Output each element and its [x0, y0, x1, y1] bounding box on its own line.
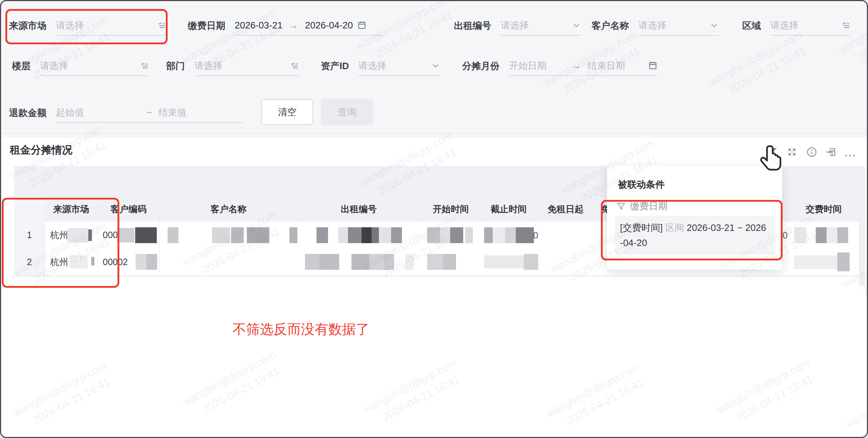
source-market-select[interactable]: 请选择: [56, 15, 166, 36]
filter-label: 客户名称: [592, 19, 629, 32]
filter-department: 部门 请选择: [166, 56, 299, 76]
cell-text-fragment: 0: [783, 227, 788, 243]
range-arrow: →: [289, 20, 298, 31]
table-scrollbar-gutter[interactable]: [859, 166, 865, 286]
filter-pay-date: 缴费日期 2026-03-21 → 2026-04-20: [188, 15, 383, 36]
filter-label: 来源市场: [9, 19, 46, 32]
column-header-start-time[interactable]: 开始时间: [420, 196, 482, 222]
tooltip-condition: [交费时间] 区间 2026-03-21 ~ 2026-04-20: [615, 216, 774, 255]
filter-floor: 楼层 请选择: [12, 56, 149, 76]
condition-source: [交费时间]: [620, 222, 663, 233]
filter-label: 缴费日期: [188, 19, 225, 32]
filter-label: 楼层: [12, 60, 31, 72]
expand-icon[interactable]: [787, 147, 797, 157]
filter-asset-id: 资产ID 请选择: [321, 56, 440, 76]
filter-region: 区域 请选择: [742, 15, 850, 36]
column-header-customer-name[interactable]: 客户名称: [160, 196, 298, 222]
filter-refund-amount: 退款金额 起始值 ~ 结束值: [9, 103, 243, 123]
filter-list-icon: [842, 21, 850, 30]
column-header-pay-time[interactable]: 交费时间: [789, 196, 859, 222]
region-select[interactable]: 请选择: [770, 15, 850, 36]
info-icon[interactable]: [806, 147, 817, 157]
floor-select[interactable]: 请选择: [40, 56, 149, 76]
rent-no-select[interactable]: 请选择: [501, 15, 581, 36]
chevron-down-icon: [710, 21, 718, 30]
range-arrow: →: [572, 60, 581, 71]
filter-list-icon: [290, 61, 299, 70]
tooltip-title: 被联动条件: [618, 178, 665, 191]
tooltip-filter-line: 缴费日期: [616, 200, 668, 213]
chevron-down-icon: [431, 61, 440, 70]
filter-rent-no: 出租编号 请选择: [454, 15, 581, 36]
tilde-separator: ~: [146, 107, 152, 118]
column-header-end-time[interactable]: 截止时间: [482, 196, 536, 222]
column-header-customer-code[interactable]: 客户编码: [98, 196, 160, 222]
page-title: 租金分摊情况: [10, 143, 72, 157]
funnel-filter-icon[interactable]: [767, 147, 778, 157]
column-header-market[interactable]: 来源市场: [45, 196, 98, 222]
pay-date-range-picker[interactable]: 2026-03-21 → 2026-04-20: [235, 15, 383, 36]
section-divider: [1, 133, 867, 134]
refund-amount-range-input[interactable]: 起始值 ~ 结束值: [56, 103, 243, 123]
filter-label: 退款金额: [9, 107, 46, 119]
column-header[interactable]: [14, 196, 45, 222]
query-button[interactable]: 查询: [321, 99, 373, 125]
filter-label: 出租编号: [454, 19, 491, 32]
column-header-rent-free-from[interactable]: 免租日起: [536, 196, 596, 222]
tooltip-filter-label: 缴费日期: [630, 200, 668, 213]
department-select[interactable]: 请选择: [194, 56, 299, 76]
filter-list-icon: [140, 61, 149, 70]
filter-label: 分摊月份: [462, 60, 500, 72]
filter-customer-name: 客户名称 请选择: [592, 15, 718, 36]
app-window: 来源市场 请选择 缴费日期 2026-03-21 → 2026-04-20 出租…: [0, 0, 868, 438]
customer-name-select[interactable]: 请选择: [638, 15, 718, 36]
funnel-outline-icon: [616, 202, 626, 211]
annotation-text: 不筛选反而没有数据了: [232, 320, 369, 339]
filter-label: 资产ID: [321, 60, 349, 72]
more-icon[interactable]: [845, 150, 855, 161]
chevron-down-icon: [572, 21, 581, 30]
row-index: 1: [14, 222, 45, 249]
export-table-icon[interactable]: [825, 147, 836, 157]
asset-id-select[interactable]: 请选择: [358, 56, 440, 76]
linked-condition-tooltip: 被联动条件 缴费日期 [交费时间] 区间 2026-03-21 ~ 2026-0…: [607, 166, 782, 269]
calendar-icon: [357, 21, 367, 30]
row-index: 2: [14, 249, 45, 276]
filter-label: 部门: [166, 60, 185, 72]
column-header-rent-no[interactable]: 出租编号: [298, 196, 420, 222]
cell-text-fragment: 0: [533, 227, 538, 243]
calendar-icon: [648, 61, 657, 70]
condition-type: 区间: [665, 222, 684, 233]
clear-button[interactable]: 清空: [261, 99, 313, 125]
share-month-range-picker[interactable]: 开始日期 → 结束日期: [509, 56, 657, 76]
filter-share-month: 分摊月份 开始日期 → 结束日期: [462, 56, 657, 76]
filter-list-icon: [158, 21, 166, 30]
filter-label: 区域: [742, 19, 761, 32]
filter-source-market: 来源市场 请选择: [9, 15, 166, 36]
